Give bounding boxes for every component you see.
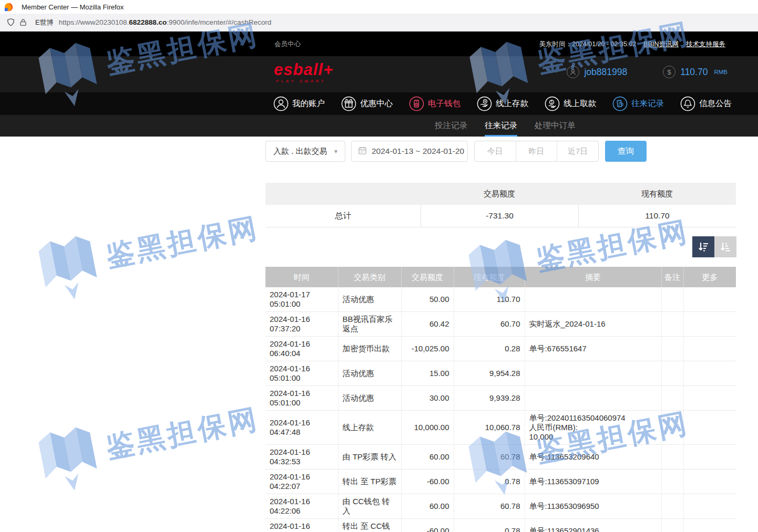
url-suffix: :9900/infe/mcenter/#/cashRecord — [167, 18, 271, 26]
cell-summary: 单号:202401163504060974人民币(RMB):10,000 — [525, 411, 661, 445]
cell-time: 2024-01-16 04:32:53 — [265, 445, 338, 470]
filter-bar: 入款 . 出款交易 ▼ 2024-01-13 ~ 2024-01-20 今日 昨… — [265, 141, 647, 162]
cell-summary: 单号:113653096950 — [525, 494, 661, 519]
cell-more — [683, 287, 736, 312]
nav-label: 往来记录 — [631, 98, 664, 109]
balance-amount: 110.70 — [680, 67, 708, 78]
table-row: 2024-01-16 04:32:53由 TP彩票 转入60.0060.78单号… — [265, 445, 736, 470]
nav-online-withdraw[interactable]: 线上取款 — [545, 96, 596, 111]
summary-table: 交易额度 现有额度 总计 -731.30 110.70 — [265, 183, 736, 227]
account-balance[interactable]: $ 110.70 RMB — [663, 66, 728, 78]
cell-note — [661, 494, 683, 519]
window-title: Member Center — Mozilla Firefox — [22, 3, 124, 11]
cell-summary: 单号:113653097109 — [525, 470, 661, 494]
nav-label: 优惠中心 — [360, 98, 393, 109]
select-value: 入款 . 出款交易 — [273, 147, 327, 157]
table-row: 2024-01-16 04:04:09转出 至 CC钱包-60.000.78单号… — [265, 519, 736, 532]
table-row: 2024-01-16 04:47:48线上存款10,000.0010,060.7… — [265, 411, 736, 445]
esball-logo[interactable]: esball+ PLAY SMART — [274, 62, 333, 84]
watermark-logo-icon — [32, 227, 106, 308]
cell-balance: 60.70 — [454, 312, 525, 337]
nav-e-wallet[interactable]: 电子钱包 — [409, 96, 460, 111]
records-header-row: 时间 交易类别 交易额度 现有额度 摘要 备注 更多 — [265, 267, 736, 287]
nav-my-account[interactable]: 我的账户 — [273, 96, 325, 111]
summary-header-transaction: 交易额度 — [421, 183, 578, 205]
cell-amount: 60.00 — [401, 445, 454, 470]
cell-note — [661, 519, 683, 532]
cell-amount: -60.00 — [401, 470, 454, 494]
cell-note — [661, 445, 683, 470]
shield-icon[interactable] — [6, 18, 15, 27]
nav-label: 线上存款 — [496, 98, 528, 109]
cell-type: 活动优惠 — [338, 287, 401, 312]
sort-descending-button[interactable] — [692, 236, 714, 257]
date-range-picker[interactable]: 2024-01-13 ~ 2024-01-20 — [351, 141, 468, 162]
cell-balance: 60.78 — [454, 494, 525, 519]
cell-more — [683, 361, 736, 386]
main-navigation: 我的账户 优惠中心 电子钱包 线上存款 线上取款 往来记录 — [0, 92, 758, 115]
nav-promotions[interactable]: 优惠中心 — [341, 96, 393, 111]
cell-summary — [525, 361, 661, 386]
search-button[interactable]: 查询 — [605, 141, 647, 162]
nav-announcements[interactable]: 信息公告 — [680, 96, 732, 111]
cell-amount: 60.00 — [401, 494, 454, 519]
tab-transaction-records[interactable]: 往来记录 — [485, 115, 517, 137]
col-balance: 现有额度 — [454, 267, 525, 287]
url-prefix: https://www20230108. — [59, 18, 129, 26]
firefox-icon — [4, 3, 13, 12]
link-tech-support[interactable]: 技术支持服务 — [686, 40, 725, 49]
site-identity-label[interactable]: E世博 — [35, 18, 54, 27]
cell-type: 线上存款 — [338, 411, 401, 445]
bell-icon — [680, 96, 695, 111]
cell-amount: -10,025.00 — [401, 337, 454, 361]
table-row: 2024-01-16 07:37:20BB视讯百家乐返点60.4260.70实时… — [265, 312, 736, 337]
nav-transaction-records[interactable]: 往来记录 — [612, 96, 664, 111]
cell-balance: 9,954.28 — [454, 361, 525, 386]
account-username[interactable]: job881998 — [567, 66, 627, 78]
cell-note — [661, 287, 683, 312]
col-summary: 摘要 — [525, 267, 661, 287]
browser-titlebar: Member Center — Mozilla Firefox — [0, 0, 758, 14]
watermark-text: 鉴黑担保网 — [103, 208, 263, 276]
cell-more — [683, 337, 736, 361]
summary-header-row: 交易额度 现有额度 — [265, 183, 736, 205]
transaction-type-select[interactable]: 入款 . 出款交易 ▼ — [265, 141, 345, 162]
sort-ascending-button[interactable] — [714, 236, 736, 257]
table-row: 2024-01-16 05:01:00活动优惠30.009,939.28 — [265, 386, 736, 411]
records-tbody: 2024-01-17 05:01:00活动优惠50.00110.702024-0… — [265, 287, 736, 532]
url-text[interactable]: https://www20230108.6822888.co:9900/infe… — [59, 18, 272, 26]
cell-note — [661, 470, 683, 494]
watermark: 鉴黑担保网 — [30, 382, 273, 504]
cell-summary: 单号:676551647 — [525, 337, 661, 361]
sub-navigation: 投注记录 往来记录 处理中订单 — [0, 115, 758, 137]
user-icon — [273, 96, 289, 111]
quick-today-button[interactable]: 今日 — [475, 141, 516, 161]
records-table: 时间 交易类别 交易额度 现有额度 摘要 备注 更多 2024-01-17 05… — [265, 267, 736, 532]
records-icon — [612, 96, 628, 111]
link-bbin-news[interactable]: BBIN资讯网 — [643, 40, 679, 49]
url-domain: 6822888.co — [129, 18, 167, 26]
lock-icon[interactable] — [19, 18, 27, 26]
logo-text: esball+ — [274, 62, 333, 78]
cell-more — [683, 312, 736, 337]
table-row: 2024-01-16 04:22:06由 CC钱包 转入60.0060.78单号… — [265, 494, 736, 519]
cell-amount: 15.00 — [401, 361, 454, 386]
quick-7days-button[interactable]: 近7日 — [557, 141, 598, 161]
tab-betting-records[interactable]: 投注记录 — [435, 115, 467, 137]
browser-urlbar[interactable]: E世博 https://www20230108.6822888.co:9900/… — [0, 14, 758, 32]
cell-type: 加密货币出款 — [338, 337, 401, 361]
table-row: 2024-01-17 05:01:00活动优惠50.00110.70 — [265, 287, 736, 312]
col-more: 更多 — [683, 267, 736, 287]
cell-time: 2024-01-16 05:01:00 — [265, 386, 338, 411]
tab-pending-orders[interactable]: 处理中订单 — [535, 115, 576, 137]
nav-online-deposit[interactable]: 线上存款 — [477, 96, 528, 111]
chevron-down-icon: ▼ — [333, 149, 339, 154]
cell-type: BB视讯百家乐返点 — [338, 312, 401, 337]
member-center-label: 会员中心 — [274, 40, 301, 49]
summary-header-current: 现有额度 — [578, 183, 736, 205]
cell-amount: 50.00 — [401, 287, 454, 312]
cell-more — [683, 386, 736, 411]
cell-balance: 9,939.28 — [454, 386, 525, 411]
quick-yesterday-button[interactable]: 昨日 — [516, 141, 558, 161]
cell-summary — [525, 386, 661, 411]
